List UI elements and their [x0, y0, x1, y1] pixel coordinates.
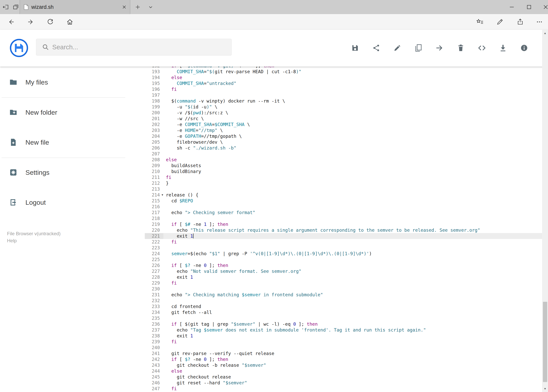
- code-line[interactable]: 239 fi: [145, 339, 542, 345]
- scroll-down-icon[interactable]: ▼: [542, 385, 548, 392]
- fold-arrow-icon[interactable]: ▾: [162, 192, 163, 198]
- code-line[interactable]: 211fi: [145, 174, 542, 180]
- code-line[interactable]: 234 git fetch --all: [145, 309, 542, 315]
- code-line[interactable]: 216: [145, 204, 542, 210]
- window-close-button[interactable]: [537, 0, 548, 14]
- code-line[interactable]: 235: [145, 315, 542, 321]
- code-line[interactable]: 215 cd $REPO: [145, 198, 542, 204]
- code-line[interactable]: 226 if [ $? -ne 0 ]; then: [145, 262, 542, 268]
- home-button[interactable]: [61, 14, 79, 30]
- code-line[interactable]: 220 echo "This release script requires a…: [145, 227, 542, 233]
- code-line[interactable]: 201 -w //src \: [145, 116, 542, 121]
- code-line[interactable]: 247 fi: [145, 386, 542, 392]
- code-line[interactable]: 237 echo "Tag $semver does not exist in …: [145, 327, 542, 333]
- delete-button[interactable]: [457, 44, 465, 52]
- refresh-button[interactable]: [42, 14, 59, 30]
- code-line[interactable]: 203 -e HOME="//tmp" \: [145, 127, 542, 133]
- code-line[interactable]: 210 buildBinary: [145, 168, 542, 174]
- code-line[interactable]: 223: [145, 245, 542, 251]
- code-line[interactable]: 194 else: [145, 75, 542, 80]
- code-line[interactable]: 230: [145, 286, 542, 292]
- code-line[interactable]: 208else: [145, 157, 542, 163]
- code-line[interactable]: 202 -e COMMIT_SHA=$COMMIT_SHA \: [145, 121, 542, 127]
- code-line[interactable]: 217 echo "> Checking semver format": [145, 210, 542, 216]
- tab-close-icon[interactable]: [122, 5, 127, 10]
- scrollbar-thumb[interactable]: [543, 302, 547, 382]
- code-line[interactable]: 195 COMMIT_SHA="untracked": [145, 80, 542, 86]
- line-number: 223: [145, 245, 163, 251]
- code-line[interactable]: 200 -v /$(pwd):/src:z \: [145, 110, 542, 116]
- code-line[interactable]: 225: [145, 257, 542, 262]
- code-line[interactable]: 214▾release () {: [145, 192, 542, 198]
- code-line[interactable]: 224 semver=$(echo "$1" | grep -P '^v(0|[…: [145, 251, 542, 257]
- code-line[interactable]: 213: [145, 186, 542, 192]
- copy-button[interactable]: [414, 44, 423, 52]
- save-button[interactable]: [351, 44, 359, 52]
- code-line[interactable]: 196 fi: [145, 86, 542, 92]
- code-line[interactable]: 192 if [ "$(command -v git)" != "" ]; th…: [145, 67, 542, 69]
- scroll-up-icon[interactable]: ▲: [542, 30, 548, 36]
- sidebar-item-new-file[interactable]: New file: [9, 136, 49, 148]
- sidebar-item-settings[interactable]: Settings: [9, 167, 49, 178]
- code-line[interactable]: 209 buildAssets: [145, 163, 542, 168]
- more-menu-icon[interactable]: [531, 14, 548, 30]
- sidebar-item-logout[interactable]: Logout: [9, 196, 46, 208]
- code-line[interactable]: 232: [145, 298, 542, 304]
- download-button[interactable]: [499, 44, 507, 52]
- raw-code-button[interactable]: [478, 44, 486, 52]
- filebrowser-logo[interactable]: [10, 39, 28, 57]
- info-button[interactable]: [520, 44, 528, 52]
- code-line[interactable]: 243 git checkout -b release "$semver": [145, 362, 542, 368]
- code-line[interactable]: 233 cd frontend: [145, 304, 542, 309]
- code-line[interactable]: 219 if [ $# -ne 1 ]; then: [145, 221, 542, 227]
- set-tabs-aside-icon[interactable]: [1, 0, 11, 14]
- code-line[interactable]: 206 sh -c "./wizard.sh -b": [145, 145, 542, 151]
- rename-button[interactable]: [393, 44, 402, 52]
- code-line[interactable]: 204 -e GOPATH=//tmp/gopath \: [145, 133, 542, 139]
- code-line[interactable]: 207: [145, 151, 542, 157]
- code-line[interactable]: 205 filebrowser/dev \: [145, 139, 542, 145]
- search-input[interactable]: [52, 43, 231, 51]
- code-line[interactable]: 246 git reset --hard "$semver": [145, 380, 542, 386]
- code-line[interactable]: 197: [145, 92, 542, 98]
- window-maximize-button[interactable]: [520, 0, 538, 14]
- sidebar-item-new-folder[interactable]: New folder: [9, 106, 57, 118]
- code-line[interactable]: 221 exit 1: [145, 233, 542, 239]
- back-button[interactable]: [2, 14, 20, 30]
- new-tab-button[interactable]: [133, 0, 143, 14]
- code-line[interactable]: 218: [145, 216, 542, 221]
- code-line[interactable]: 242 if [ $? -ne 0 ]; then: [145, 356, 542, 362]
- code-line[interactable]: 236 if [ $(git tag | grep "$semver" | wc…: [145, 321, 542, 327]
- code-line[interactable]: 193 COMMIT_SHA="$(git rev-parse HEAD | c…: [145, 69, 542, 75]
- code-editor[interactable]: 192 if [ "$(command -v git)" != "" ]; th…: [145, 67, 542, 392]
- code-line[interactable]: 229 fi: [145, 280, 542, 286]
- code-line[interactable]: 212}: [145, 180, 542, 186]
- code-line[interactable]: 238 exit 1: [145, 333, 542, 339]
- code-line[interactable]: 231 echo "> Checking matching $semver in…: [145, 292, 542, 298]
- tab-preview-chevron-icon[interactable]: [146, 0, 156, 14]
- search-box[interactable]: [36, 39, 232, 56]
- page-scrollbar[interactable]: ▲ ▼: [542, 30, 548, 392]
- favorites-hub-icon[interactable]: [471, 14, 489, 30]
- code-text: sh -c "./wizard.sh -b": [163, 145, 236, 151]
- code-line[interactable]: 199 -u "$(id -u)" \: [145, 104, 542, 110]
- code-line[interactable]: 228 exit 1: [145, 274, 542, 280]
- sidebar-item-my-files[interactable]: My files: [9, 76, 48, 88]
- share-button[interactable]: [372, 44, 381, 52]
- code-line[interactable]: 222 fi: [145, 239, 542, 245]
- code-line[interactable]: 245 git checkout release: [145, 374, 542, 380]
- annotate-pen-icon[interactable]: [491, 14, 509, 30]
- code-line[interactable]: 241 git rev-parse --verify --quiet relea…: [145, 350, 542, 356]
- code-line[interactable]: 240: [145, 345, 542, 350]
- forward-button[interactable]: [22, 14, 40, 30]
- code-line[interactable]: 227 echo "Not valid semver format. See s…: [145, 268, 542, 274]
- code-line[interactable]: 244 else: [145, 368, 542, 374]
- line-number: 246: [145, 380, 163, 386]
- window-minimize-button[interactable]: [503, 0, 520, 14]
- code-text: cd frontend: [163, 304, 201, 309]
- share-icon[interactable]: [511, 14, 529, 30]
- move-button[interactable]: [435, 44, 444, 52]
- code-line[interactable]: 198 $(command -v winpty) docker run --rm…: [145, 98, 542, 104]
- browser-tab[interactable]: wizard.sh: [20, 0, 130, 14]
- help-link[interactable]: Help: [7, 238, 17, 244]
